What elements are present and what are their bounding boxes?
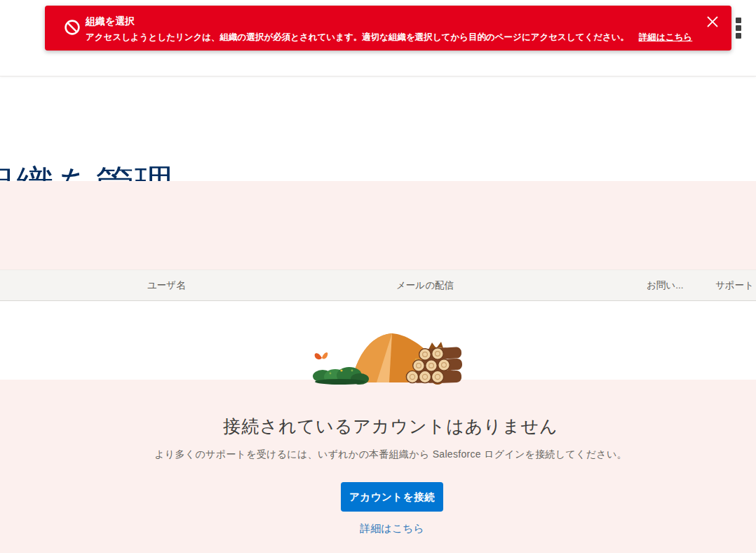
column-header-username: ユーザ名 (147, 270, 186, 300)
banner-message: アクセスしようとしたリンクは、組織の選択が必須とされています。適切な組織を選択し… (86, 32, 629, 42)
camping-empty-state-illustration (309, 320, 463, 385)
error-banner: 組織を選択 アクセスしようとしたリンクは、組織の選択が必須とされています。適切な… (45, 6, 731, 51)
empty-state-description: より多くのサポートを受けるには、いずれかの本番組織から Salesforce ロ… (154, 448, 627, 461)
column-header-contact: お問い... (647, 270, 683, 300)
column-header-email-delivery: メールの配信 (396, 270, 454, 300)
manage-org-page: 組織を選択 アクセスしようとしたリンクは、組織の選択が必須とされています。適切な… (0, 0, 756, 553)
hero-band (0, 181, 756, 269)
banner-title: 組織を選択 (86, 15, 135, 27)
close-icon[interactable] (705, 15, 720, 30)
learn-more-link[interactable]: 詳細はこちら (360, 522, 424, 535)
ban-icon (64, 19, 81, 36)
accounts-table-header: ユーザ名 メールの配信 お問い... サポート (0, 269, 756, 301)
column-header-support: サポート (715, 270, 754, 300)
butterfly (315, 352, 328, 359)
banner-details-link[interactable]: 詳細はこちら (639, 32, 692, 42)
connect-account-button[interactable]: アカウントを接続 (341, 482, 443, 512)
empty-state-heading: 接続されているアカウントはありません (223, 415, 558, 438)
kebab-menu-icon[interactable] (736, 18, 743, 39)
